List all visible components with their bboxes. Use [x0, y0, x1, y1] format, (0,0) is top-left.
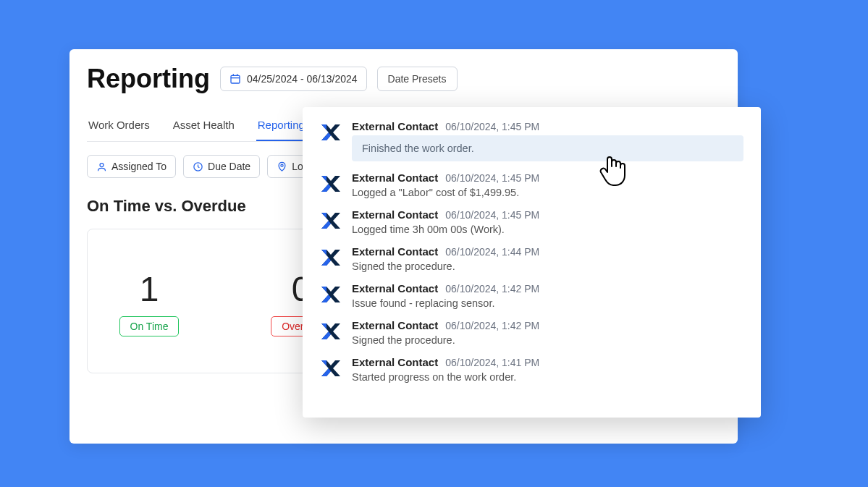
timeline-contact-name: External Contact [352, 208, 438, 221]
timeline-entry: External Contact06/10/2024, 1:45 PMFinis… [320, 120, 743, 161]
header-row: Reporting 04/25/2024 - 06/13/2024 Date P… [87, 64, 720, 94]
svg-point-4 [100, 163, 104, 166]
date-presets-button[interactable]: Date Presets [377, 67, 458, 91]
timeline-entry: External Contact06/10/2024, 1:41 PMStart… [320, 356, 743, 383]
timeline-description: Logged a "Labor" cost of $1,499.95. [352, 187, 743, 198]
timeline-timestamp: 06/10/2024, 1:41 PM [445, 357, 539, 368]
activity-timeline-panel: External Contact06/10/2024, 1:45 PMFinis… [303, 107, 761, 418]
date-range-button[interactable]: 04/25/2024 - 06/13/2024 [220, 67, 367, 91]
brand-x-icon [320, 284, 342, 305]
timeline-description: Signed the procedure. [352, 261, 743, 272]
timeline-head: External Contact06/10/2024, 1:44 PM [352, 245, 743, 258]
stat-ontime: 1 On Time [102, 269, 196, 336]
timeline-head: External Contact06/10/2024, 1:42 PM [352, 319, 743, 331]
calendar-icon [229, 73, 241, 85]
stat-ontime-badge: On Time [119, 316, 180, 336]
timeline-body: External Contact06/10/2024, 1:45 PMLogge… [352, 171, 743, 198]
timeline-body: External Contact06/10/2024, 1:42 PMIssue… [352, 282, 743, 309]
timeline-entry: External Contact06/10/2024, 1:42 PMSigne… [320, 319, 743, 346]
timeline-body: External Contact06/10/2024, 1:45 PMLogge… [352, 208, 743, 235]
date-range-text: 04/25/2024 - 06/13/2024 [247, 73, 358, 85]
timeline-body: External Contact06/10/2024, 1:41 PMStart… [352, 356, 743, 383]
timeline-entry: External Contact06/10/2024, 1:44 PMSigne… [320, 245, 743, 272]
timeline-entry: External Contact06/10/2024, 1:45 PMLogge… [320, 208, 743, 235]
timeline-head: External Contact06/10/2024, 1:42 PM [352, 282, 743, 295]
timeline-head: External Contact06/10/2024, 1:45 PM [352, 171, 743, 184]
timeline-timestamp: 06/10/2024, 1:44 PM [445, 246, 539, 258]
timeline-entry: External Contact06/10/2024, 1:45 PMLogge… [320, 171, 743, 198]
timeline-body: External Contact06/10/2024, 1:45 PMFinis… [352, 120, 743, 161]
svg-point-6 [281, 164, 283, 166]
brand-x-icon [320, 247, 342, 268]
page-title: Reporting [87, 64, 210, 94]
filter-due-date[interactable]: Due Date [183, 155, 260, 178]
stat-ontime-value: 1 [140, 269, 159, 309]
clock-icon [193, 161, 203, 172]
timeline-head: External Contact06/10/2024, 1:45 PM [352, 120, 743, 132]
timeline-description: Started progress on the work order. [352, 371, 743, 383]
timeline-contact-name: External Contact [352, 319, 438, 331]
timeline-description: Issue found - replacing sensor. [352, 297, 743, 309]
timeline-timestamp: 06/10/2024, 1:45 PM [445, 172, 539, 184]
user-icon [96, 161, 107, 172]
tab-reporting[interactable]: Reporting [256, 111, 306, 141]
brand-x-icon [320, 321, 342, 342]
timeline-description: Signed the procedure. [352, 334, 743, 346]
timeline-description[interactable]: Finished the work order. [352, 135, 743, 161]
tab-work-orders[interactable]: Work Orders [87, 111, 151, 141]
timeline-head: External Contact06/10/2024, 1:45 PM [352, 208, 743, 221]
timeline-description: Logged time 3h 00m 00s (Work). [352, 224, 743, 235]
timeline-contact-name: External Contact [352, 356, 438, 368]
tab-asset-health[interactable]: Asset Health [172, 111, 236, 141]
timeline-timestamp: 06/10/2024, 1:42 PM [445, 320, 539, 331]
timeline-body: External Contact06/10/2024, 1:42 PMSigne… [352, 319, 743, 346]
brand-x-icon [320, 357, 342, 379]
brand-x-icon [320, 210, 342, 232]
filter-assigned-to-label: Assigned To [111, 161, 167, 172]
timeline-contact-name: External Contact [352, 171, 438, 184]
timeline-head: External Contact06/10/2024, 1:41 PM [352, 356, 743, 368]
timeline-timestamp: 06/10/2024, 1:45 PM [445, 121, 539, 132]
brand-x-icon [320, 173, 342, 195]
timeline-timestamp: 06/10/2024, 1:42 PM [445, 283, 539, 295]
filter-due-date-label: Due Date [208, 161, 250, 172]
timeline-contact-name: External Contact [352, 120, 438, 132]
timeline-entry: External Contact06/10/2024, 1:42 PMIssue… [320, 282, 743, 309]
timeline-contact-name: External Contact [352, 282, 438, 295]
svg-rect-0 [231, 75, 240, 83]
brand-x-icon [320, 122, 342, 143]
timeline-timestamp: 06/10/2024, 1:45 PM [445, 209, 539, 221]
filter-assigned-to[interactable]: Assigned To [87, 155, 176, 178]
pin-icon [277, 161, 287, 172]
timeline-contact-name: External Contact [352, 245, 438, 258]
timeline-body: External Contact06/10/2024, 1:44 PMSigne… [352, 245, 743, 272]
